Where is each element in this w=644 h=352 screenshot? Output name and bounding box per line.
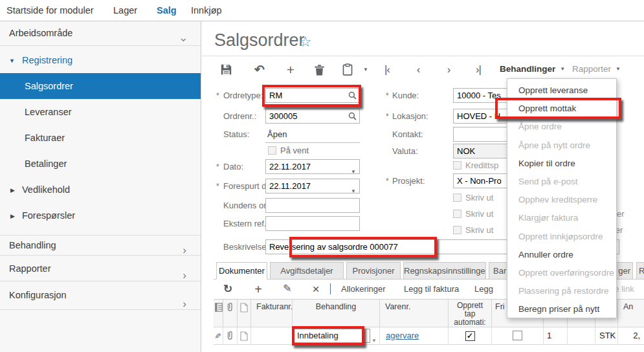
cell-behandling[interactable]: Innbetaling ▼ [293,327,380,345]
ekstern-ref-field[interactable] [265,216,360,231]
last-record-button[interactable]: ›| [471,62,486,78]
skriv-ut-1-checkbox [453,193,461,202]
valuta-label: Valuta: [392,144,418,159]
caret-down-icon[interactable]: ▼ [351,184,356,198]
header-antall-clipped[interactable]: An [618,299,644,327]
save-button[interactable] [220,63,236,79]
header-label: An [618,300,644,311]
cell-varenr[interactable]: agervare [380,327,449,345]
valuta-field[interactable]: NOK [453,144,511,159]
row-notes-cell[interactable] [238,327,251,345]
sidebar-item-salgsordrer[interactable]: Salgsordrer [0,73,201,99]
header-fakturanr[interactable]: Fakturanr. [251,299,293,327]
tab-avgiftsdetaljer[interactable]: Avgiftsdetaljer [270,262,344,280]
dato-field[interactable]: 22.11.2017 ▼ [265,159,360,174]
sidebar-group-registrering[interactable]: ▼ Registrering [0,50,201,71]
required-marker: * [386,109,389,124]
tab-dokumenter[interactable]: Dokumenter [216,262,267,280]
fri-va-checkbox[interactable] [513,331,522,340]
paperclip-icon [223,331,237,341]
sidebar-workspace-header[interactable]: Arbeidsområde › [0,21,201,46]
sidebar-item-label: Leveranser [25,107,72,117]
sidebar-item-betalinger[interactable]: Betalinger [0,151,201,177]
sidebar-item-fakturaer[interactable]: Fakturaer [0,125,201,151]
rapporter-menu-button[interactable]: Rapporter▼ [572,64,621,74]
previous-record-button[interactable]: ‹ [410,62,426,78]
tab-fragment-r[interactable]: R [636,262,644,280]
varenr-link[interactable]: agervare [386,331,419,340]
cell-opprett-tap[interactable]: ✓ [449,327,492,345]
forespurt-field[interactable]: 22.11.2017 ▼ [265,179,360,193]
next-record-button[interactable]: › [441,62,456,78]
allokeringer-button[interactable]: Allokeringer [341,282,386,296]
menu-item-opphev-kreditsperre: Opphev kreditsperre [507,191,616,209]
first-record-button[interactable]: |‹ [379,62,395,78]
legg-button-clipped[interactable]: Legg [474,282,493,296]
ordretype-field[interactable]: RM [265,88,360,103]
header-behandling[interactable]: Behandling [293,299,380,327]
menu-item-kopier-til-ordre[interactable]: Kopier til ordre [507,155,616,173]
pa-vent-checkbox[interactable] [268,146,276,155]
kundens-ordrenr-field[interactable] [265,198,360,213]
application-window: Startside for moduler Lager Salg Innkjøp… [0,0,644,352]
sidebar-item-rapporter[interactable]: Rapporter › [0,255,201,281]
behandling-select[interactable]: Innbetaling [294,329,370,343]
grid-delete-row-button[interactable]: × [309,282,323,296]
menu-item-plassering-pa-restordre: Plassering på restordre [507,282,616,300]
sidebar-group-vedlikehold[interactable]: ▶ Vedlikehold [0,177,201,203]
rapporter-label: Rapporter [572,64,611,74]
lookup-magnifier-icon[interactable] [348,91,357,100]
nav-innkjop[interactable]: Innkjøp [191,0,222,21]
tab-provisjoner[interactable]: Provisjoner [346,262,401,280]
undo-button[interactable]: ↶ [252,62,267,78]
sidebar-group-foresporsler[interactable]: ▶ Forespørsler [0,203,201,228]
sidebar-item-behandling[interactable]: Behandling › [0,235,201,256]
ordrenr-field[interactable]: 300005 [265,109,360,124]
tab-regnskapsinnstillinger[interactable]: Regnskapsinnstillinger [403,262,486,280]
cell-fri-va[interactable] [492,327,544,345]
ordretype-label: Ordretype: [223,88,263,104]
clipboard-button[interactable] [342,63,358,79]
lookup-magnifier-icon[interactable] [348,111,357,121]
menu-item-opprett-leveranse[interactable]: Opprett leveranse [507,82,616,100]
ekstern-ref-label: Ekstern ref.: [223,216,269,232]
favorite-star-icon[interactable]: ☆ [299,34,312,50]
header-varenr[interactable]: Varenr. [380,299,449,327]
cell-empty[interactable] [568,327,595,345]
cell-amount-clipped[interactable]: 2, [618,327,644,345]
delete-record-button[interactable] [314,64,329,80]
nav-salg[interactable]: Salg [157,0,177,21]
kunde-label: Kunde: [392,88,419,104]
ordrenr-value: 300005 [269,111,297,121]
grid-edit-button[interactable]: ✎ [280,282,294,296]
menu-item-opprett-mottak[interactable]: Opprett mottak [507,100,616,118]
caret-down-icon[interactable]: ▼ [351,165,356,179]
required-marker: * [386,88,389,104]
nav-startside[interactable]: Startside for moduler [6,0,94,21]
menu-item-beregn-priser-pa-nytt[interactable]: Beregn priser på nytt [507,300,616,318]
cell-qty[interactable]: 1 [544,327,568,345]
beskrivelse-value: Reversering av salgsordre 000077 [269,242,398,252]
prosjekt-value: X - Non-Pro [457,176,502,186]
menu-item-annuller-ordre[interactable]: Annuller ordre [507,246,616,264]
add-record-button[interactable]: + [283,62,298,78]
opprett-tap-checkbox[interactable]: ✓ [465,331,475,341]
clipboard-dropdown-caret-icon[interactable]: ▼ [358,67,373,82]
lokasjon-value: HOVED - H [457,111,500,121]
row-attachments-cell[interactable] [223,327,238,345]
header-opprett-tap[interactable]: Opprett tap automati: [449,299,492,327]
document-icon [238,331,250,341]
sidebar-item-konfigurasjon[interactable]: Konfigurasjon › [0,281,201,310]
cell-fakturanr[interactable] [251,327,293,345]
legg-til-faktura-button[interactable]: Legg til faktura [404,282,459,296]
grid-refresh-button[interactable]: ↻ [221,282,235,296]
cell-unit[interactable]: STK [595,327,618,345]
lokasjon-label: Lokasjon: [392,109,428,124]
caret-down-icon[interactable]: ▼ [372,333,377,345]
nav-lager[interactable]: Lager [113,0,137,21]
sidebar-item-leveranser[interactable]: Leveranser [0,99,201,125]
skriv-ut-3-label: Skriv ut [465,225,493,235]
grid-add-row-button[interactable]: + [251,282,265,296]
behandlinger-menu-button[interactable]: Behandlinger▼ [500,64,565,74]
dato-label: Dato: [223,159,243,175]
